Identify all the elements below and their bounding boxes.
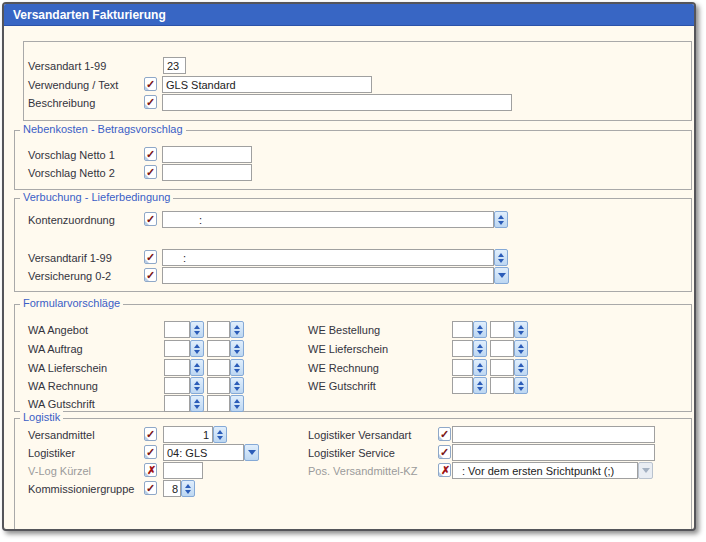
- check-icon: ✓: [440, 427, 449, 441]
- input-vorschlag-netto-2[interactable]: [162, 164, 252, 181]
- input-wa-rechnung-2[interactable]: [207, 377, 230, 394]
- group-title-verbuchung: Verbuchung - Lieferbedingung: [20, 191, 173, 204]
- checkbox-logistiker[interactable]: ✓: [144, 445, 157, 459]
- label-versandart: Versandart 1-99: [28, 60, 106, 72]
- we-gutschrift-spinner-1[interactable]: [473, 377, 487, 394]
- checkbox-vlog-kuerzel[interactable]: ✗: [144, 463, 157, 477]
- input-logistiker-versandart[interactable]: [452, 426, 655, 443]
- checkbox-vorschlag-netto-1[interactable]: ✓: [144, 147, 157, 161]
- check-icon: ✓: [146, 481, 155, 495]
- label-versicherung: Versicherung 0-2: [28, 270, 111, 282]
- check-icon: ✓: [146, 212, 155, 226]
- checkbox-versandmittel[interactable]: ✓: [144, 427, 157, 441]
- input-we-bestellung-1[interactable]: [452, 321, 473, 338]
- input-versicherung[interactable]: [162, 267, 494, 284]
- input-we-bestellung-2[interactable]: [490, 321, 514, 338]
- label-wa-lieferschein: WA Lieferschein: [28, 362, 107, 374]
- input-pos-versandmittel-kz[interactable]: [452, 462, 638, 479]
- label-we-lieferschein: WE Lieferschein: [308, 343, 388, 355]
- versandtarif-spinner[interactable]: [494, 249, 508, 266]
- label-wa-rechnung: WA Rechnung: [28, 380, 98, 392]
- we-lieferschein-spinner-2[interactable]: [514, 340, 528, 357]
- versicherung-dropdown-button[interactable]: [494, 267, 509, 284]
- wa-lieferschein-spinner-1[interactable]: [190, 359, 204, 376]
- input-we-rechnung-1[interactable]: [452, 359, 473, 376]
- wa-auftrag-spinner-1[interactable]: [190, 340, 204, 357]
- checkbox-kontenzuordnung[interactable]: ✓: [144, 212, 157, 226]
- versandmittel-spinner[interactable]: [213, 426, 227, 443]
- input-versandmittel[interactable]: [163, 426, 213, 443]
- input-wa-lieferschein-1[interactable]: [164, 359, 190, 376]
- input-we-gutschrift-1[interactable]: [452, 377, 473, 394]
- input-we-lieferschein-2[interactable]: [490, 340, 514, 357]
- label-wa-gutschrift: WA Gutschrift: [28, 398, 95, 410]
- checkbox-versicherung[interactable]: ✓: [144, 268, 157, 282]
- logistiker-dropdown-button[interactable]: [244, 444, 259, 461]
- input-beschreibung[interactable]: [162, 94, 512, 111]
- label-vorschlag-netto-1: Vorschlag Netto 1: [28, 149, 115, 161]
- kommissioniergruppe-spinner[interactable]: [181, 480, 195, 497]
- input-verwendung-text[interactable]: [162, 76, 372, 93]
- label-logistiker: Logistiker: [28, 447, 75, 459]
- wa-angebot-spinner-2[interactable]: [230, 321, 244, 338]
- label-beschreibung: Beschreibung: [28, 97, 95, 109]
- label-we-bestellung: WE Bestellung: [308, 324, 380, 336]
- check-icon: ✓: [440, 445, 449, 459]
- input-vorschlag-netto-1[interactable]: [162, 146, 252, 163]
- input-wa-angebot-2[interactable]: [207, 321, 230, 338]
- group-title-nebenkosten: Nebenkosten - Betragsvorschlag: [20, 123, 186, 136]
- wa-auftrag-spinner-2[interactable]: [230, 340, 244, 357]
- wa-gutschrift-spinner-2[interactable]: [230, 395, 244, 412]
- input-wa-lieferschein-2[interactable]: [207, 359, 230, 376]
- label-versandmittel: Versandmittel: [28, 429, 95, 441]
- check-icon: ✓: [146, 427, 155, 441]
- input-wa-angebot-1[interactable]: [164, 321, 190, 338]
- input-versandtarif[interactable]: [162, 249, 494, 266]
- we-bestellung-spinner-1[interactable]: [473, 321, 487, 338]
- input-we-rechnung-2[interactable]: [490, 359, 514, 376]
- label-logistiker-versandart: Logistiker Versandart: [308, 429, 411, 441]
- checkbox-kommissioniergruppe[interactable]: ✓: [144, 481, 157, 495]
- kontenzuordnung-spinner[interactable]: [494, 211, 508, 228]
- checkbox-logistiker-service[interactable]: ✓: [438, 445, 451, 459]
- check-icon: ✓: [146, 165, 155, 179]
- checkbox-vorschlag-netto-2[interactable]: ✓: [144, 165, 157, 179]
- input-logistiker[interactable]: [163, 444, 244, 461]
- we-bestellung-spinner-2[interactable]: [514, 321, 528, 338]
- we-rechnung-spinner-2[interactable]: [514, 359, 528, 376]
- we-lieferschein-spinner-1[interactable]: [473, 340, 487, 357]
- input-wa-gutschrift-2[interactable]: [207, 395, 230, 412]
- input-logistiker-service[interactable]: [452, 444, 655, 461]
- input-wa-auftrag-2[interactable]: [207, 340, 230, 357]
- label-verwendung-text: Verwendung / Text: [28, 79, 118, 91]
- input-kontenzuordnung[interactable]: [162, 211, 494, 228]
- wa-lieferschein-spinner-2[interactable]: [230, 359, 244, 376]
- input-wa-auftrag-1[interactable]: [164, 340, 190, 357]
- input-wa-gutschrift-1[interactable]: [164, 395, 190, 412]
- check-icon: ✓: [146, 95, 155, 109]
- checkbox-versandtarif[interactable]: ✓: [144, 250, 157, 264]
- we-gutschrift-spinner-2[interactable]: [514, 377, 528, 394]
- wa-angebot-spinner-1[interactable]: [190, 321, 204, 338]
- we-rechnung-spinner-1[interactable]: [473, 359, 487, 376]
- input-we-lieferschein-1[interactable]: [452, 340, 473, 357]
- wa-rechnung-spinner-2[interactable]: [230, 377, 244, 394]
- check-icon: ✓: [146, 250, 155, 264]
- checkbox-logistiker-versandart[interactable]: ✓: [438, 427, 451, 441]
- label-pos-versandmittel-kz: Pos. Versandmittel-KZ: [308, 465, 417, 477]
- input-kommissioniergruppe[interactable]: [163, 480, 181, 497]
- label-we-gutschrift: WE Gutschrift: [308, 380, 376, 392]
- label-vlog-kuerzel: V-Log Kürzel: [28, 465, 91, 477]
- label-wa-auftrag: WA Auftrag: [28, 343, 83, 355]
- wa-rechnung-spinner-1[interactable]: [190, 377, 204, 394]
- wa-gutschrift-spinner-1[interactable]: [190, 395, 204, 412]
- checkbox-beschreibung[interactable]: ✓: [144, 95, 157, 109]
- checkbox-verwendung[interactable]: ✓: [144, 77, 157, 91]
- input-versandart-nummer[interactable]: [163, 57, 186, 74]
- group-nebenkosten: Nebenkosten - Betragsvorschlag: [14, 130, 692, 190]
- checkbox-pos-versandmittel-kz[interactable]: ✗: [438, 463, 451, 477]
- pos-versandmittel-kz-dropdown-button[interactable]: [638, 462, 653, 479]
- input-we-gutschrift-2[interactable]: [490, 377, 514, 394]
- input-wa-rechnung-1[interactable]: [164, 377, 190, 394]
- input-vlog-kuerzel[interactable]: [163, 462, 203, 479]
